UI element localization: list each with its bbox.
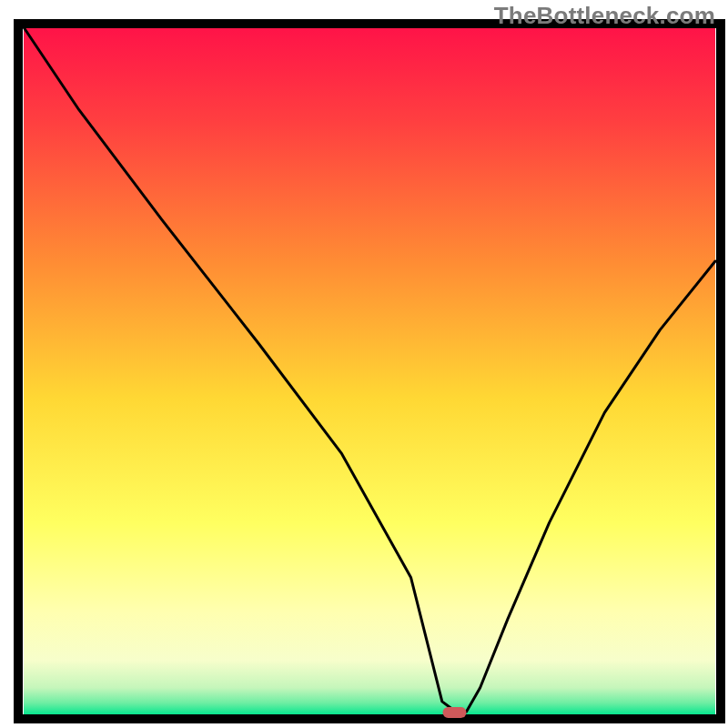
bottleneck-chart bbox=[0, 0, 728, 728]
chart-container: TheBottleneck.com bbox=[0, 0, 728, 728]
plot-area bbox=[18, 24, 721, 719]
watermark-label: TheBottleneck.com bbox=[494, 2, 715, 30]
gradient-background bbox=[24, 27, 715, 715]
optimal-marker bbox=[442, 707, 466, 718]
